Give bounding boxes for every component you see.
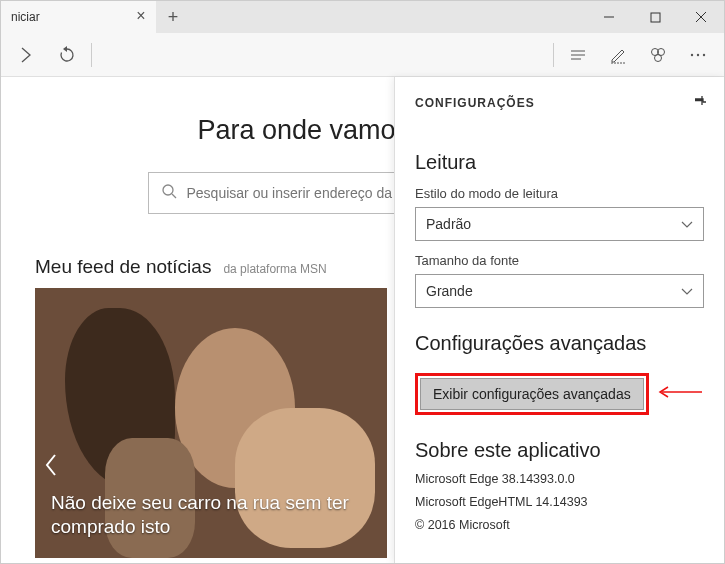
about-section-title: Sobre este aplicativo	[415, 439, 704, 462]
title-bar: niciar × +	[1, 1, 724, 33]
notes-icon[interactable]	[598, 33, 638, 77]
tab-close-icon[interactable]: ×	[132, 7, 150, 25]
reading-style-label: Estilo do modo de leitura	[415, 186, 704, 201]
svg-point-13	[703, 53, 705, 55]
view-advanced-settings-button[interactable]: Exibir configurações avançadas	[420, 378, 644, 410]
feed-subtitle: da plataforma MSN	[223, 262, 326, 276]
reading-style-select[interactable]: Padrão	[415, 207, 704, 241]
reading-list-icon[interactable]	[558, 33, 598, 77]
svg-point-11	[691, 53, 693, 55]
window-controls	[586, 1, 724, 33]
advanced-section-title: Configurações avançadas	[415, 332, 704, 355]
about-copyright: © 2016 Microsoft	[415, 516, 704, 535]
svg-point-10	[655, 54, 662, 61]
maximize-button[interactable]	[632, 1, 678, 33]
chevron-down-icon	[681, 283, 693, 299]
pin-icon[interactable]	[692, 93, 708, 113]
font-size-value: Grande	[426, 283, 473, 299]
svg-line-15	[172, 194, 176, 198]
browser-tab[interactable]: niciar ×	[1, 1, 156, 33]
search-icon	[161, 183, 177, 203]
annotation-arrow-icon	[654, 384, 704, 404]
more-icon[interactable]	[678, 33, 718, 77]
annotation-highlight: Exibir configurações avançadas	[415, 373, 649, 415]
svg-rect-1	[651, 13, 660, 22]
settings-panel: CONFIGURAÇÕES Leitura Estilo do modo de …	[394, 77, 724, 563]
news-card[interactable]: Não deixe seu carro na rua sem ter compr…	[35, 288, 387, 558]
minimize-button[interactable]	[586, 1, 632, 33]
close-window-button[interactable]	[678, 1, 724, 33]
tab-title: niciar	[11, 10, 40, 24]
toolbar	[1, 33, 724, 77]
font-size-label: Tamanho da fonte	[415, 253, 704, 268]
new-tab-button[interactable]: +	[156, 1, 190, 33]
svg-point-12	[697, 53, 699, 55]
reading-section-title: Leitura	[415, 151, 704, 174]
toolbar-separator	[553, 43, 554, 67]
settings-header: CONFIGURAÇÕES	[415, 96, 535, 110]
share-icon[interactable]	[638, 33, 678, 77]
chevron-down-icon	[681, 216, 693, 232]
refresh-button[interactable]	[47, 33, 87, 77]
feed-title: Meu feed de notícias	[35, 256, 211, 278]
about-engine: Microsoft EdgeHTML 14.14393	[415, 493, 704, 512]
about-version: Microsoft Edge 38.14393.0.0	[415, 470, 704, 489]
font-size-select[interactable]: Grande	[415, 274, 704, 308]
news-caption: Não deixe seu carro na rua sem ter compr…	[51, 491, 387, 540]
reading-style-value: Padrão	[426, 216, 471, 232]
about-info: Microsoft Edge 38.14393.0.0 Microsoft Ed…	[415, 470, 704, 534]
prev-arrow-icon[interactable]	[43, 453, 59, 483]
forward-button[interactable]	[7, 33, 47, 77]
svg-point-14	[163, 185, 173, 195]
toolbar-separator	[91, 43, 92, 67]
